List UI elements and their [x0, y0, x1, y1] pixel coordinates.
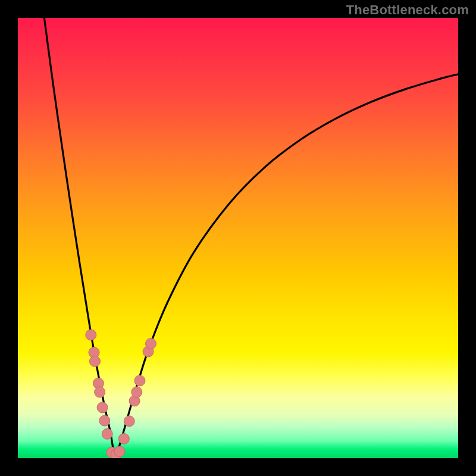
- data-dot: [99, 415, 110, 426]
- data-dot: [90, 356, 101, 367]
- curve-right-branch: [115, 74, 458, 456]
- curve-svg: [18, 18, 458, 458]
- chart-frame: TheBottleneck.com: [0, 0, 476, 476]
- data-dot: [102, 428, 112, 439]
- data-dot: [114, 446, 125, 457]
- data-dot: [97, 402, 108, 413]
- plot-area: [18, 18, 458, 458]
- data-dot: [118, 433, 129, 444]
- data-dot: [124, 416, 134, 427]
- data-dot: [134, 375, 145, 386]
- data-dot: [131, 387, 142, 397]
- data-dot: [86, 330, 96, 340]
- watermark-text: TheBottleneck.com: [346, 2, 469, 18]
- data-dot: [95, 387, 105, 397]
- data-dot: [145, 339, 156, 349]
